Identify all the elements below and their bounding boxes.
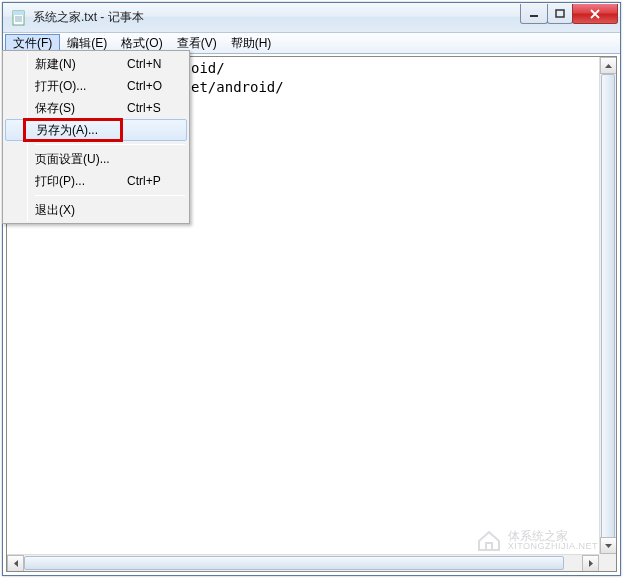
close-button[interactable] — [572, 4, 618, 24]
file-menu-dropdown: 新建(N) Ctrl+N 打开(O)... Ctrl+O 保存(S) Ctrl+… — [2, 50, 190, 224]
notepad-icon — [11, 10, 27, 26]
horizontal-scrollbar[interactable] — [7, 554, 599, 571]
watermark-brand: 体系统之家 — [508, 530, 598, 542]
menuitem-open[interactable]: 打开(O)... Ctrl+O — [5, 75, 187, 97]
menuitem-print[interactable]: 打印(P)... Ctrl+P — [5, 170, 187, 192]
vertical-scrollbar[interactable] — [599, 57, 616, 554]
watermark-url: XITONGZHIJIA.NET — [508, 542, 598, 551]
minimize-button[interactable] — [520, 4, 548, 24]
menuitem-accel: Ctrl+N — [127, 57, 187, 71]
menuitem-accel: Ctrl+O — [127, 79, 187, 93]
menuitem-label: 打开(O)... — [35, 78, 127, 95]
svg-rect-5 — [530, 15, 538, 17]
menuitem-exit[interactable]: 退出(X) — [5, 199, 187, 221]
menuitem-save-as[interactable]: 另存为(A)... — [5, 119, 187, 141]
menuitem-label: 打印(P)... — [35, 173, 127, 190]
menuitem-page-setup[interactable]: 页面设置(U)... — [5, 148, 187, 170]
menuitem-label: 页面设置(U)... — [35, 151, 127, 168]
menuitem-label: 退出(X) — [35, 202, 127, 219]
scroll-down-button[interactable] — [600, 537, 617, 554]
menuitem-label: 另存为(A)... — [36, 122, 126, 139]
svg-rect-6 — [556, 10, 564, 17]
menuitem-new[interactable]: 新建(N) Ctrl+N — [5, 53, 187, 75]
menuitem-accel: Ctrl+S — [127, 101, 187, 115]
scroll-thumb-vertical[interactable] — [601, 74, 615, 542]
menu-separator — [35, 195, 185, 196]
window-title: 系统之家.txt - 记事本 — [33, 9, 521, 26]
window-controls — [521, 4, 618, 24]
menuitem-label: 新建(N) — [35, 56, 127, 73]
titlebar[interactable]: 系统之家.txt - 记事本 — [3, 3, 620, 33]
house-icon — [476, 529, 502, 551]
scroll-up-button[interactable] — [600, 57, 617, 74]
menuitem-accel: Ctrl+P — [127, 174, 187, 188]
scroll-thumb-horizontal[interactable] — [24, 556, 564, 570]
watermark: 体系统之家 XITONGZHIJIA.NET — [476, 529, 598, 551]
menu-help[interactable]: 帮助(H) — [224, 33, 279, 53]
scroll-left-button[interactable] — [7, 555, 24, 572]
svg-rect-1 — [13, 11, 24, 15]
svg-rect-7 — [486, 543, 492, 550]
menuitem-label: 保存(S) — [35, 100, 127, 117]
menu-separator — [35, 144, 185, 145]
scroll-right-button[interactable] — [582, 555, 599, 572]
scroll-corner — [599, 554, 616, 571]
maximize-button[interactable] — [547, 4, 573, 24]
menuitem-save[interactable]: 保存(S) Ctrl+S — [5, 97, 187, 119]
